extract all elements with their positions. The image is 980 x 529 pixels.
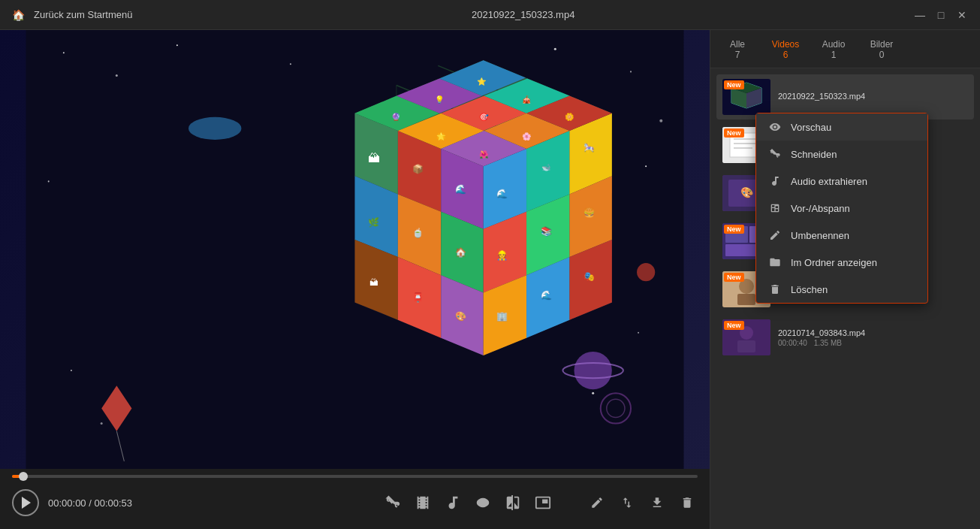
tab-videos-count: 6 xyxy=(783,50,789,60)
svg-point-7 xyxy=(645,165,647,167)
extract-audio-icon xyxy=(768,174,782,188)
svg-text:🔮: 🔮 xyxy=(391,112,401,122)
context-menu-cut[interactable]: Schneiden xyxy=(756,141,927,168)
svg-text:🎠: 🎠 xyxy=(583,142,596,153)
cut-icon xyxy=(768,147,782,161)
sidebar: Alle 7 Videos 6 Audio 1 Bilder 0 xyxy=(710,30,980,529)
svg-point-9 xyxy=(48,180,50,182)
svg-point-5 xyxy=(554,48,556,50)
new-badge-5: New xyxy=(724,273,744,282)
new-badge-1: New xyxy=(724,80,744,89)
context-menu-extract-audio[interactable]: Audio extrahieren xyxy=(756,168,927,195)
svg-text:🍔: 🍔 xyxy=(583,207,596,218)
edit-icon xyxy=(590,496,604,509)
svg-text:🌊: 🌊 xyxy=(455,183,467,195)
tab-audio-count: 1 xyxy=(831,50,837,60)
svg-text:📚: 📚 xyxy=(541,225,553,237)
delete-button[interactable] xyxy=(677,492,698,513)
svg-text:🏔: 🏔 xyxy=(369,277,378,288)
progress-bar[interactable] xyxy=(12,475,698,478)
svg-point-3 xyxy=(176,44,178,46)
svg-text:🎨: 🎨 xyxy=(455,310,467,322)
video-area: 🏔 📦 🌊 🌿 xyxy=(0,30,710,529)
svg-point-89 xyxy=(188,117,241,140)
snapshot-button[interactable] xyxy=(472,492,493,513)
context-menu-delete-label: Löschen xyxy=(791,284,828,295)
tab-videos[interactable]: Videos 6 xyxy=(770,39,801,68)
media-thumb-6: New xyxy=(722,319,770,355)
context-menu-title-credits[interactable]: Vor-/Abspann xyxy=(756,195,927,222)
tab-audio[interactable]: Audio 1 xyxy=(819,39,849,68)
title-credits-icon xyxy=(768,201,782,215)
compare-button[interactable] xyxy=(502,492,523,513)
context-menu: Vorschau Schneiden Audio extrahieren xyxy=(755,113,928,304)
main-layout: 🏔 📦 🌊 🌿 xyxy=(0,30,980,529)
context-menu-preview[interactable]: Vorschau xyxy=(756,113,927,141)
tab-all-count: 7 xyxy=(735,50,740,60)
svg-text:🎭: 🎭 xyxy=(583,271,596,282)
media-info-6: 20210714_093843.mp4 00:00:40 1.35 MB xyxy=(778,328,968,347)
maximize-button[interactable]: □ xyxy=(935,9,947,21)
scissors-button[interactable] xyxy=(382,492,403,513)
svg-text:🌊: 🌊 xyxy=(496,188,508,199)
svg-point-1 xyxy=(63,52,65,53)
controls-row: 00:00:00 / 00:00:53 xyxy=(12,484,698,521)
pip-icon xyxy=(535,494,551,511)
context-menu-delete[interactable]: Löschen xyxy=(756,276,927,303)
svg-text:👷: 👷 xyxy=(496,249,508,261)
back-button[interactable]: Zurück zum Startmenü xyxy=(34,9,133,20)
svg-point-12 xyxy=(71,370,72,371)
play-button[interactable] xyxy=(12,489,39,516)
svg-text:🌿: 🌿 xyxy=(368,216,380,228)
context-menu-title-credits-label: Vor-/Abspann xyxy=(791,203,850,214)
new-badge-4: New xyxy=(724,225,744,234)
svg-text:🌟: 🌟 xyxy=(436,131,446,141)
svg-text:🍵: 🍵 xyxy=(412,227,424,238)
tab-all[interactable]: Alle 7 xyxy=(722,39,752,68)
minimize-button[interactable]: — xyxy=(914,9,926,21)
pip-button[interactable] xyxy=(532,492,553,513)
svg-text:🎯: 🎯 xyxy=(479,112,489,122)
sort-icon xyxy=(620,496,634,509)
sort-button[interactable] xyxy=(617,492,638,513)
svg-point-11 xyxy=(638,332,639,334)
tab-images-label: Bilder xyxy=(870,39,894,50)
export-button[interactable] xyxy=(647,492,668,513)
svg-point-86 xyxy=(637,263,655,281)
tab-all-label: Alle xyxy=(730,39,745,50)
media-info-1: 20210922_150323.mp4 xyxy=(778,92,968,102)
media-item-6[interactable]: New 20210714_093843.mp4 00:00:40 1.35 MB xyxy=(716,315,974,360)
export-icon xyxy=(650,496,664,509)
compare-icon xyxy=(505,494,521,511)
close-button[interactable]: ✕ xyxy=(956,9,968,21)
svg-point-13 xyxy=(101,422,103,425)
film-strip-button[interactable] xyxy=(412,492,433,513)
video-controls: 00:00:00 / 00:00:53 xyxy=(0,469,710,529)
svg-point-4 xyxy=(290,63,291,65)
new-badge-2: New xyxy=(724,128,744,138)
progress-bar-container[interactable] xyxy=(12,469,698,484)
progress-handle[interactable] xyxy=(19,472,28,481)
audio-button[interactable] xyxy=(442,492,463,513)
context-menu-rename-label: Umbenennen xyxy=(791,230,849,241)
svg-text:🏢: 🏢 xyxy=(496,310,508,322)
context-menu-show-in-folder[interactable]: Im Ordner anzeigen xyxy=(756,249,927,276)
sidebar-tabs: Alle 7 Videos 6 Audio 1 Bilder 0 xyxy=(710,30,980,68)
context-menu-rename[interactable]: Umbenennen xyxy=(756,222,927,249)
svg-point-10 xyxy=(592,392,594,394)
svg-text:🐋: 🐋 xyxy=(541,162,551,172)
tab-images[interactable]: Bilder 0 xyxy=(867,39,897,68)
tab-audio-label: Audio xyxy=(822,39,846,50)
media-name-1: 20210922_150323.mp4 xyxy=(778,92,968,101)
svg-text:🌺: 🌺 xyxy=(479,150,489,159)
svg-text:📦: 📦 xyxy=(412,163,424,174)
tab-images-count: 0 xyxy=(879,50,885,60)
svg-text:🎨: 🎨 xyxy=(740,186,754,199)
window-controls: — □ ✕ xyxy=(914,9,968,21)
window-title: 20210922_150323.mp4 xyxy=(133,9,915,20)
audio-icon xyxy=(445,494,461,511)
new-badge-6: New xyxy=(724,321,744,330)
time-display: 00:00:00 / 00:00:53 xyxy=(48,497,132,509)
video-player[interactable]: 🏔 📦 🌊 🌿 xyxy=(0,30,710,469)
edit-button[interactable] xyxy=(586,492,608,513)
